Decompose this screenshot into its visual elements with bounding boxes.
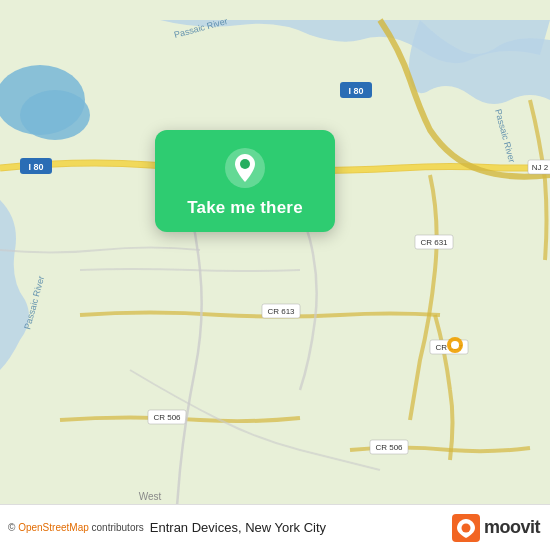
svg-text:CR 631: CR 631 [420, 238, 448, 247]
moovit-brand-icon [452, 514, 480, 542]
svg-point-28 [461, 523, 470, 532]
location-pin-icon [223, 146, 267, 190]
svg-text:CR 613: CR 613 [267, 307, 295, 316]
attribution-suffix: contributors [89, 522, 144, 533]
svg-point-2 [20, 90, 90, 140]
svg-point-26 [240, 159, 250, 169]
svg-text:I 80: I 80 [348, 86, 363, 96]
svg-text:West: West [139, 491, 162, 502]
svg-text:NJ 2: NJ 2 [532, 163, 549, 172]
openstreetmap-link[interactable]: OpenStreetMap [18, 522, 89, 533]
svg-point-23 [451, 341, 459, 349]
moovit-logo: moovit [452, 514, 540, 542]
location-label: Entran Devices, New York City [150, 520, 452, 535]
svg-text:I 80: I 80 [28, 162, 43, 172]
map-container: I 80 I 80 CR 631 NJ 2 CR 613 CR 527 CR 5… [0, 0, 550, 550]
moovit-logo-text: moovit [484, 517, 540, 538]
svg-text:CR 506: CR 506 [375, 443, 403, 452]
map-background: I 80 I 80 CR 631 NJ 2 CR 613 CR 527 CR 5… [0, 0, 550, 550]
attribution-prefix: © [8, 522, 18, 533]
take-me-there-card[interactable]: Take me there [155, 130, 335, 232]
svg-text:CR 506: CR 506 [153, 413, 181, 422]
take-me-there-label: Take me there [187, 198, 303, 218]
map-attribution: © OpenStreetMap contributors [8, 522, 144, 533]
bottom-bar: © OpenStreetMap contributors Entran Devi… [0, 504, 550, 550]
